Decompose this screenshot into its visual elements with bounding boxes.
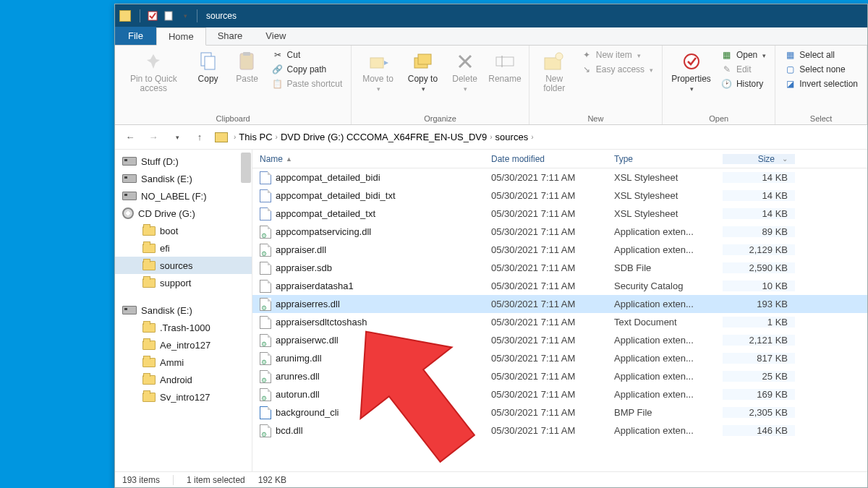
copy-to-button[interactable]: Copy to — [403, 48, 443, 95]
edit-button[interactable]: ✎Edit — [718, 63, 769, 76]
new-folder-button[interactable]: New folder — [535, 48, 574, 95]
history-icon: 🕑 — [721, 78, 733, 90]
nav-item-label: support — [160, 278, 191, 288]
paste-icon — [236, 50, 259, 73]
cut-button[interactable]: ✂Cut — [269, 48, 346, 61]
nav-item[interactable]: Sandisk (E:) — [115, 301, 252, 319]
qat-page-icon[interactable] — [162, 9, 175, 22]
history-button[interactable]: 🕑History — [718, 77, 769, 90]
file-row[interactable]: autorun.dll05/30/2021 7:11 AMApplication… — [252, 385, 867, 403]
nav-item[interactable]: support — [115, 274, 252, 291]
qat-dropdown-icon[interactable] — [178, 9, 191, 22]
nav-item[interactable]: Sv_intro127 — [115, 388, 252, 406]
folder-icon — [142, 261, 156, 270]
pin-to-quick-access-button[interactable]: Pin to Quick access — [121, 48, 187, 95]
paste-button[interactable]: Paste — [230, 48, 265, 85]
group-label: Open — [668, 113, 769, 123]
select-all-button[interactable]: ▦Select all — [781, 48, 861, 61]
recent-locations-button[interactable] — [169, 129, 184, 145]
file-name: bcd.dll — [276, 425, 303, 436]
title-bar[interactable]: sources — [115, 4, 867, 27]
navigation-pane[interactable]: Stuff (D:)Sandisk (E:)NO_LABEL (F:)CD Dr… — [115, 150, 252, 471]
qat-checkbox-icon[interactable] — [146, 9, 159, 22]
nav-item-label: Android — [160, 374, 192, 385]
nav-item[interactable]: Ae_intro127 — [115, 336, 252, 354]
nav-item[interactable]: NO_LABEL (F:) — [115, 187, 252, 205]
nav-item[interactable]: Stuff (D:) — [115, 153, 252, 170]
nav-item[interactable]: Sandisk (E:) — [115, 170, 252, 187]
up-button[interactable]: ↑ — [192, 129, 208, 145]
file-row[interactable]: appraiserres.dll05/30/2021 7:11 AMApplic… — [252, 295, 867, 313]
new-item-button[interactable]: ✦New item — [578, 48, 656, 61]
crumb-root[interactable]: This PC — [239, 132, 272, 142]
file-row[interactable]: appraiser.sdb05/30/2021 7:11 AMSDB File2… — [252, 259, 867, 277]
col-type[interactable]: Type — [607, 154, 723, 164]
ribbon-tabs: File Home Share View — [115, 27, 867, 46]
pin-icon — [142, 50, 165, 73]
svg-rect-6 — [370, 58, 383, 68]
group-new: New folder ✦New item ↘Easy access New — [529, 46, 663, 124]
tab-file[interactable]: File — [115, 27, 156, 45]
breadcrumb[interactable]: › This PC› DVD Drive (G:) CCCOMA_X64FRE_… — [215, 132, 533, 142]
file-name: arunres.dll — [276, 371, 320, 382]
nav-item[interactable]: sources — [115, 257, 252, 274]
svg-rect-1 — [165, 12, 172, 20]
properties-button[interactable]: Properties — [668, 48, 714, 95]
file-row[interactable]: appraiser.dll05/30/2021 7:11 AMApplicati… — [252, 241, 867, 259]
file-row[interactable]: appraisersdltctoshash05/30/2021 7:11 AMT… — [252, 313, 867, 331]
file-name: appcompat_detailed_bidi — [276, 172, 380, 183]
nav-item-label: Sv_intro127 — [160, 392, 210, 403]
scrollbar-thumb[interactable] — [241, 153, 251, 183]
move-to-button[interactable]: Move to — [357, 48, 398, 95]
file-row[interactable]: arunres.dll05/30/2021 7:11 AMApplication… — [252, 367, 867, 385]
file-type: Application exten... — [607, 353, 723, 364]
open-button[interactable]: ▦Open — [718, 48, 769, 61]
copy-path-button[interactable]: 🔗Copy path — [269, 63, 346, 76]
back-button[interactable]: ← — [122, 129, 138, 145]
file-row[interactable]: appcompat_detailed_txt05/30/2021 7:11 AM… — [252, 205, 867, 223]
crumb-folder[interactable]: sources — [495, 132, 529, 142]
nav-item[interactable]: .Trash-1000 — [115, 319, 252, 336]
col-date[interactable]: Date modified — [484, 154, 607, 164]
nav-item-label: Sandisk (E:) — [141, 174, 192, 184]
easy-access-button[interactable]: ↘Easy access — [578, 63, 656, 76]
forward-button[interactable]: → — [145, 129, 161, 145]
paste-shortcut-button[interactable]: 📋Paste shortcut — [269, 77, 346, 90]
file-size: 169 KB — [723, 389, 795, 400]
nav-item[interactable]: boot — [115, 222, 252, 239]
col-size[interactable]: Size⌄ — [723, 154, 795, 164]
folder-icon — [142, 341, 156, 350]
address-bar: ← → ↑ › This PC› DVD Drive (G:) CCCOMA_X… — [115, 125, 867, 150]
file-row[interactable]: appraiserdatasha105/30/2021 7:11 AMSecur… — [252, 277, 867, 295]
tab-home[interactable]: Home — [156, 27, 206, 46]
file-row[interactable]: appcompat_detailed_bidi05/30/2021 7:11 A… — [252, 168, 867, 187]
file-row[interactable]: background_cli05/30/2021 7:11 AMBMP File… — [252, 403, 867, 421]
nav-item[interactable]: Ammi — [115, 354, 252, 371]
tab-view[interactable]: View — [254, 27, 297, 45]
rename-button[interactable]: Rename — [487, 48, 522, 85]
nav-item[interactable]: CD Drive (G:) — [115, 205, 252, 222]
file-size: 817 KB — [723, 353, 795, 364]
crumb-drive[interactable]: DVD Drive (G:) CCCOMA_X64FRE_EN-US_DV9 — [281, 132, 487, 142]
app-icon — [119, 10, 131, 22]
tab-share[interactable]: Share — [206, 27, 255, 45]
ribbon: Pin to Quick access Copy Paste ✂Cut 🔗Cop… — [115, 46, 867, 125]
copy-button[interactable]: Copy — [191, 48, 226, 85]
nav-item[interactable]: Android — [115, 371, 252, 388]
explorer-body: Stuff (D:)Sandisk (E:)NO_LABEL (F:)CD Dr… — [115, 150, 867, 471]
file-row[interactable]: appcompat_detailed_bidi_txt05/30/2021 7:… — [252, 187, 867, 205]
file-row[interactable]: appcompatservicing.dll05/30/2021 7:11 AM… — [252, 223, 867, 241]
status-bar: 193 items 1 item selected 192 KB — [115, 471, 867, 487]
col-name[interactable]: Name▲ — [252, 154, 484, 164]
delete-button[interactable]: Delete — [447, 48, 482, 95]
file-row[interactable]: bcd.dll05/30/2021 7:11 AMApplication ext… — [252, 421, 867, 440]
nav-item-label: Stuff (D:) — [141, 156, 179, 167]
drive-icon — [122, 306, 137, 314]
file-row[interactable]: appraiserwc.dll05/30/2021 7:11 AMApplica… — [252, 331, 867, 349]
invert-selection-button[interactable]: ◪Invert selection — [781, 77, 861, 90]
nav-item[interactable]: efi — [115, 239, 252, 257]
file-row[interactable]: arunimg.dll05/30/2021 7:11 AMApplication… — [252, 349, 867, 367]
select-none-button[interactable]: ▢Select none — [781, 63, 861, 76]
cd-icon — [122, 207, 134, 219]
drive-icon — [122, 174, 137, 183]
